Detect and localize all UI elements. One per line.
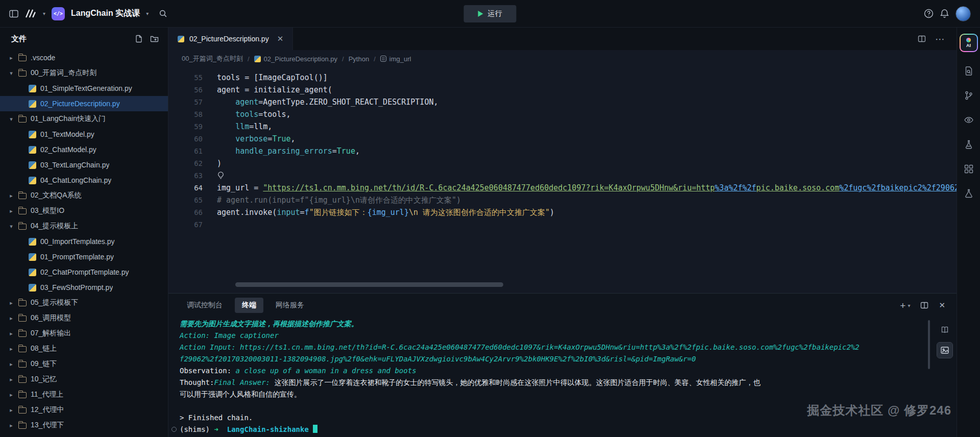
tree-file[interactable]: 03_FewShotPrompt.py	[0, 280, 168, 295]
tree-folder[interactable]: ▸07_解析输出	[0, 326, 168, 341]
code-line[interactable]: 59 llm=llm,	[168, 120, 957, 133]
tree-item-label: 01_TextModel.py	[40, 130, 94, 138]
terminal-line: Thought:Final Answer: 这张图片展示了一位穿着连衣裙和靴子的…	[180, 377, 924, 389]
tree-file[interactable]: 01_TextModel.py	[0, 127, 168, 142]
code-line[interactable]: 64img_url = "https://ts1.cn.mm.bing.net/…	[168, 182, 957, 194]
close-panel-icon[interactable]: ✕	[939, 301, 945, 310]
horizontal-scrollbar-thumb[interactable]	[235, 282, 503, 287]
panel-tab-network[interactable]: 网络服务	[268, 298, 311, 313]
editor-tab-active[interactable]: 02_PictureDescription.py ✕	[168, 28, 293, 50]
tree-folder[interactable]: ▸11_代理上	[0, 387, 168, 402]
tree-file[interactable]: 00_ImportTemplates.py	[0, 234, 168, 249]
tree-folder[interactable]: ▸03_模型IO	[0, 203, 168, 218]
tree-folder[interactable]: ▸05_提示模板下	[0, 295, 168, 310]
code-editor[interactable]: 55tools = [ImageCapTool()]56agent = init…	[168, 67, 957, 293]
tree-item-label: 04_提示模板上	[31, 222, 78, 231]
bell-icon[interactable]	[940, 9, 949, 18]
chevron-right-icon: ▸	[8, 422, 14, 429]
run-button[interactable]: 运行	[464, 5, 517, 22]
new-terminal-icon[interactable]: +▾	[900, 301, 910, 310]
preview-eye-icon[interactable]	[963, 114, 974, 126]
code-line[interactable]: 65# agent.run(input=f"{img_url}\n请创作合适的中…	[168, 194, 957, 206]
code-token: =tools,	[258, 110, 290, 119]
more-actions-icon[interactable]: ⋯	[935, 33, 945, 45]
code-line[interactable]: 62)	[168, 157, 957, 169]
code-token: =AgentType.ZERO_SHOT_REACT_DESCRIPTION,	[258, 98, 438, 107]
code-token: 请为这张图创作合适的中文推广文案"	[418, 208, 550, 217]
code-line[interactable]: 66agent.invoke(input=f"图片链接如下：{img_url}\…	[168, 206, 957, 218]
terminal-text: Final Answer:	[214, 378, 274, 386]
help-icon[interactable]	[924, 9, 934, 18]
ai-assistant-icon[interactable]: AI	[960, 34, 978, 52]
code-line[interactable]: 58 tools=tools,	[168, 108, 957, 120]
split-panel-icon[interactable]	[920, 301, 928, 309]
tree-file[interactable]: 02_ChatModel.py	[0, 142, 168, 157]
code-line[interactable]: 55tools = [ImageCapTool()]	[168, 71, 957, 84]
code-line[interactable]: 60 verbose=True,	[168, 133, 957, 145]
app-logo-icon[interactable]	[24, 9, 37, 18]
tree-file[interactable]: 01_SimpleTextGeneration.py	[0, 81, 168, 96]
breadcrumb-item[interactable]: Python	[349, 55, 369, 63]
file-search-icon[interactable]	[963, 65, 974, 77]
flask-icon[interactable]	[963, 188, 974, 199]
source-control-icon[interactable]	[963, 90, 974, 101]
code-line[interactable]: 57 agent=AgentType.ZERO_SHOT_REACT_DESCR…	[168, 96, 957, 108]
code-line[interactable]: 63	[168, 169, 957, 182]
tree-folder[interactable]: ▸06_调用模型	[0, 310, 168, 326]
search-icon[interactable]	[159, 9, 167, 18]
new-folder-icon[interactable]	[150, 35, 159, 43]
terminal-line: 需要先为图片生成文字描述，再根据描述创作推广文案。	[180, 318, 924, 330]
tree-folder[interactable]: ▸12_代理中	[0, 402, 168, 418]
tree-folder[interactable]: ▸.vscode	[0, 50, 168, 65]
tree-item-label: 01_PromptTemplate.py	[40, 253, 114, 261]
tree-file[interactable]: 03_TextLangChain.py	[0, 157, 168, 173]
tab-close-icon[interactable]: ✕	[277, 34, 284, 43]
new-file-icon[interactable]	[135, 35, 143, 43]
chevron-down-icon[interactable]: ▾	[43, 11, 45, 16]
play-icon	[478, 11, 483, 17]
project-name[interactable]: LangChain 实战课	[71, 8, 140, 19]
tree-item-label: 12_代理中	[31, 405, 64, 415]
python-icon	[29, 238, 36, 246]
sidebar-toggle-icon[interactable]	[9, 10, 18, 18]
terminal-cursor[interactable]	[313, 425, 317, 433]
chevron-down-icon[interactable]: ▾	[146, 11, 149, 16]
code-token: \n	[409, 208, 418, 217]
image-preview-icon[interactable]	[937, 343, 952, 358]
code-line[interactable]: 61 handle_parsing_errors=True,	[168, 145, 957, 157]
folder-icon	[18, 208, 27, 214]
journal-icon[interactable]	[937, 322, 952, 337]
tree-folder[interactable]: ▾00_开篇词_奇点时刻	[0, 65, 168, 81]
tree-file[interactable]: 01_PromptTemplate.py	[0, 249, 168, 264]
avatar[interactable]	[955, 6, 971, 21]
breadcrumb-item[interactable]: 02_PictureDescription.py	[254, 55, 338, 63]
breadcrumb-item[interactable]: 00_开篇词_奇点时刻	[182, 54, 243, 63]
tree-folder[interactable]: ▸08_链上	[0, 341, 168, 356]
split-editor-icon[interactable]	[918, 35, 926, 43]
tree-file[interactable]: 02_PictureDescription.py	[0, 96, 168, 111]
tree-folder[interactable]: ▸10_记忆	[0, 372, 168, 387]
code-line[interactable]: 67	[168, 218, 957, 231]
editor-tabbar: 02_PictureDescription.py ✕ ⋯	[168, 28, 957, 50]
tree-file[interactable]: 02_ChatPromptTemplate.py	[0, 264, 168, 280]
panel-tab-terminal[interactable]: 终端	[235, 298, 263, 313]
terminal-scrollbar-thumb[interactable]	[928, 320, 930, 369]
terminal-line: Action: Image captioner	[180, 330, 924, 342]
tree-folder[interactable]: ▸13_代理下	[0, 418, 168, 433]
folder-icon	[18, 331, 27, 337]
code-line[interactable]: 56agent = initialize_agent(	[168, 84, 957, 96]
extensions-grid-icon[interactable]	[963, 163, 974, 175]
terminal-output[interactable]: 需要先为图片生成文字描述，再根据描述创作推广文案。Action: Image c…	[168, 317, 957, 437]
panel-tab-debug-console[interactable]: 调试控制台	[180, 298, 230, 313]
tree-folder[interactable]: ▾01_LangChain快速入门	[0, 111, 168, 127]
lightbulb-icon[interactable]	[217, 172, 225, 179]
breadcrumb-item[interactable]: img_url	[380, 55, 411, 63]
tree-folder[interactable]: ▸09_链下	[0, 356, 168, 372]
main-area: 文件 ▸.vscode▾00_开篇词_奇点时刻01_SimpleTextGene…	[0, 28, 980, 437]
test-tube-icon[interactable]	[963, 139, 974, 150]
tree-folder[interactable]: ▾04_提示模板上	[0, 218, 168, 234]
terminal-text: Action: Image captioner	[180, 331, 279, 339]
tree-file[interactable]: 04_ChatLongChain.py	[0, 173, 168, 188]
tree-folder[interactable]: ▸02_文档QA系统	[0, 188, 168, 203]
terminal-text: f29062%2f20170320003011-1382094908.jpg%2…	[180, 355, 696, 363]
